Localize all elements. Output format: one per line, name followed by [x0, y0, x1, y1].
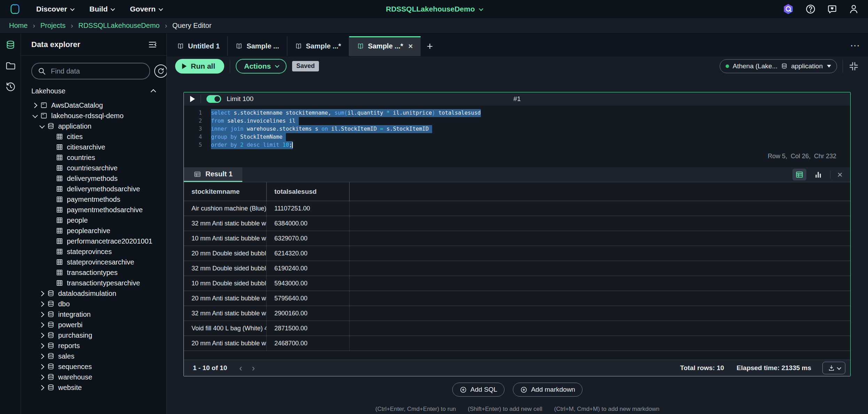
- tree-item-stateprovincesarchive[interactable]: stateprovincesarchive: [21, 257, 166, 267]
- lakehouse-section-header[interactable]: Lakehouse: [31, 87, 156, 95]
- table-cell[interactable]: 2871500.00: [267, 321, 350, 336]
- files-rail-button[interactable]: [5, 61, 16, 71]
- chart-view-button[interactable]: [811, 169, 825, 181]
- tree-item-cities[interactable]: cities: [21, 131, 166, 142]
- breadcrumb-link[interactable]: RDSSQLLakehouseDemo: [78, 22, 159, 30]
- run-all-button[interactable]: Run all: [175, 59, 224, 74]
- table-cell[interactable]: 6190240.00: [267, 261, 350, 276]
- table-icon: [56, 164, 63, 172]
- table-cell[interactable]: 20 mm Double sided bubble wr...: [184, 246, 267, 261]
- tree-item-peoplearchive[interactable]: peoplearchive: [21, 225, 166, 236]
- tree-item-website[interactable]: website: [21, 382, 166, 393]
- prev-page-button[interactable]: ‹: [236, 364, 245, 373]
- tree-item-sequences[interactable]: sequences: [21, 361, 166, 372]
- column-header[interactable]: totalsalesusd: [267, 182, 350, 201]
- add-sql-button[interactable]: Add SQL: [452, 383, 505, 397]
- table-cell[interactable]: 32 mm Anti static bubble wrap ...: [184, 306, 267, 321]
- editor-tab-4[interactable]: Sample ...*×: [349, 36, 421, 56]
- project-selector[interactable]: RDSSQLLakehouseDemo: [386, 5, 482, 13]
- table-row: 20 mm Double sided bubble wr...6214320.0…: [184, 246, 850, 261]
- app-logo-icon[interactable]: [9, 3, 21, 15]
- breadcrumb-link[interactable]: Home: [9, 22, 28, 30]
- table-cell[interactable]: 11107251.00: [267, 201, 350, 216]
- table-cell[interactable]: 6214320.00: [267, 246, 350, 261]
- tree-item-application[interactable]: application: [21, 121, 166, 131]
- table-cell[interactable]: 20 mm Anti static bubble wrap ...: [184, 291, 267, 306]
- editor-tab-2[interactable]: Sample ...: [227, 36, 287, 56]
- data-explorer-rail-button[interactable]: [5, 40, 16, 50]
- tree-item-purchasing[interactable]: purchasing: [21, 330, 166, 340]
- breadcrumb-link[interactable]: Projects: [40, 22, 65, 30]
- section-label: Lakehouse: [31, 87, 65, 95]
- editor-tab-1[interactable]: Untitled 1: [169, 36, 227, 56]
- column-header[interactable]: stockitemname: [184, 182, 267, 201]
- table-cell[interactable]: 10 mm Anti static bubble wrap ...: [184, 231, 267, 246]
- table-cell[interactable]: 32 mm Double sided bubble wr...: [184, 261, 267, 276]
- tree-item-AwsDataCatalog[interactable]: AwsDataCatalog: [21, 100, 166, 110]
- table-cell[interactable]: 32 mm Anti static bubble wrap ...: [184, 216, 267, 231]
- tree-item-deliverymethodsarchive[interactable]: deliverymethodsarchive: [21, 184, 166, 194]
- collapse-view-button[interactable]: [849, 61, 859, 71]
- limit-toggle[interactable]: [206, 95, 221, 103]
- table-cell[interactable]: 2900160.00: [267, 306, 350, 321]
- tree-item-integration[interactable]: integration: [21, 309, 166, 320]
- download-icon: [828, 365, 835, 371]
- tab-overflow-button[interactable]: ···: [851, 41, 860, 51]
- table-cell[interactable]: 6329070.00: [267, 231, 350, 246]
- connection-selector[interactable]: Athena (Lake... application: [720, 59, 837, 73]
- tree-item-dataloadsimulation[interactable]: dataloadsimulation: [21, 288, 166, 299]
- table-cell[interactable]: 5795640.00: [267, 291, 350, 306]
- tree-item-deliverymethods[interactable]: deliverymethods: [21, 173, 166, 184]
- tree-item-transactiontypes[interactable]: transactiontypes: [21, 267, 166, 278]
- database-icon: [47, 373, 55, 381]
- table-cell[interactable]: 6384000.00: [267, 216, 350, 231]
- download-results-button[interactable]: [822, 362, 845, 374]
- tree-item-powerbi[interactable]: powerbi: [21, 320, 166, 330]
- table-cell[interactable]: Air cushion machine (Blue): [184, 201, 267, 216]
- table-cell[interactable]: 10 mm Double sided bubble wr...: [184, 276, 267, 291]
- run-cell-button[interactable]: [190, 96, 195, 102]
- feedback-button[interactable]: [827, 4, 837, 14]
- table-cell[interactable]: 20 mm Anti static bubble wrap ...: [184, 336, 267, 351]
- tree-item-countries[interactable]: countries: [21, 152, 166, 163]
- tree-item-transactiontypesarchive[interactable]: transactiontypesarchive: [21, 278, 166, 288]
- actions-button[interactable]: Actions: [236, 59, 287, 74]
- refresh-button[interactable]: [154, 64, 167, 78]
- tree-item-sales[interactable]: sales: [21, 351, 166, 361]
- amazon-q-button[interactable]: [782, 3, 794, 15]
- tree-item-dbo[interactable]: dbo: [21, 299, 166, 309]
- table-cell[interactable]: 2468700.00: [267, 336, 350, 351]
- tree-item-citiesarchive[interactable]: citiesarchive: [21, 142, 166, 152]
- tree-item-people[interactable]: people: [21, 215, 166, 225]
- table-view-button[interactable]: [792, 169, 806, 181]
- tree-item-reports[interactable]: reports: [21, 340, 166, 351]
- editor-tab-3[interactable]: Sample ...*: [287, 36, 349, 56]
- play-icon: [190, 96, 195, 102]
- nav-menu-govern[interactable]: Govern: [130, 5, 162, 13]
- search-row: [21, 56, 166, 79]
- result-tab[interactable]: Result 1: [184, 167, 242, 182]
- close-tab-icon[interactable]: ×: [408, 43, 413, 50]
- tree-item-paymentmethods[interactable]: paymentmethods: [21, 194, 166, 205]
- tree-item-countriesarchive[interactable]: countriesarchive: [21, 163, 166, 173]
- tree-item-performancetrace20201001[interactable]: performancetrace20201001: [21, 236, 166, 246]
- nav-menu-discover[interactable]: Discover: [36, 5, 73, 13]
- tree-item-paymentmethodsarchive[interactable]: paymentmethodsarchive: [21, 205, 166, 215]
- tree-item-warehouse[interactable]: warehouse: [21, 372, 166, 382]
- tree-item-stateprovinces[interactable]: stateprovinces: [21, 246, 166, 257]
- sql-editor[interactable]: 1select s.stockitemname stockitemname, s…: [184, 106, 850, 167]
- user-button[interactable]: [849, 4, 859, 14]
- collapse-panel-button[interactable]: [148, 40, 157, 49]
- nav-menu-build[interactable]: Build: [89, 5, 114, 13]
- help-button[interactable]: [805, 4, 816, 14]
- play-icon: [182, 63, 187, 69]
- table-cell[interactable]: Void fill 400 L bag (White) 400L: [184, 321, 267, 336]
- add-markdown-button[interactable]: Add markdown: [513, 383, 582, 397]
- next-page-button[interactable]: ›: [249, 364, 258, 373]
- tree-item-lakehouse-rdssql-demo[interactable]: lakehouse-rdssql-demo: [21, 110, 166, 121]
- close-results-button[interactable]: ×: [835, 170, 845, 179]
- new-tab-button[interactable]: +: [421, 36, 439, 56]
- table-cell[interactable]: 5943000.00: [267, 276, 350, 291]
- search-input[interactable]: [50, 67, 144, 76]
- history-rail-button[interactable]: [5, 82, 16, 92]
